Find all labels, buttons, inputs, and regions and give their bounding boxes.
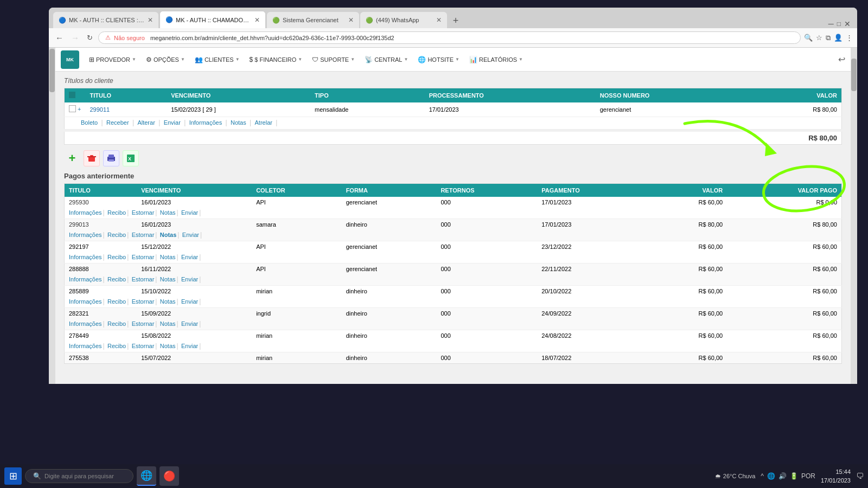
paid-row-8: 275538 15/07/2022 mirian dinheiro 000 18… — [65, 352, 842, 364]
paid-action-recibo-4[interactable]: Recibo — [107, 276, 126, 282]
minimize-button[interactable]: ─ — [828, 20, 834, 28]
tab-4-close[interactable]: ✕ — [436, 16, 442, 24]
paid-action-recibo-3[interactable]: Recibo — [107, 254, 126, 260]
clientes-icon: 👥 — [195, 56, 203, 63]
paid-action-recibo-1[interactable]: Recibo — [107, 209, 126, 216]
paid-forma-5: dinheiro — [342, 286, 437, 297]
paid-action-estornar-2[interactable]: Estornar — [132, 232, 155, 238]
tab-2-close[interactable]: ✕ — [254, 16, 260, 24]
paid-action-estornar-6[interactable]: Estornar — [132, 320, 155, 327]
paid-venc-7: 15/08/2022 — [137, 330, 252, 342]
nav-suporte[interactable]: 🛡 SUPORTE ▼ — [308, 53, 359, 66]
paid-action-enviar-1[interactable]: Enviar — [181, 209, 198, 216]
paid-action-info-6[interactable]: Informações — [69, 320, 102, 327]
maximize-button[interactable]: □ — [837, 20, 841, 28]
paid-action-estornar-4[interactable]: Estornar — [132, 276, 155, 282]
zoom-button[interactable]: 🔍 — [804, 34, 813, 42]
tray-chevron[interactable]: ^ — [761, 472, 764, 480]
paid-action-notas-6[interactable]: Notas — [160, 320, 176, 327]
paid-action-recibo-2[interactable]: Recibo — [107, 232, 126, 238]
paid-coletor-1: API — [252, 197, 341, 208]
menu-button[interactable]: ⋮ — [846, 34, 853, 42]
forward-button[interactable]: → — [69, 32, 81, 43]
action-receber[interactable]: Receber — [106, 119, 129, 126]
paid-action-enviar-5[interactable]: Enviar — [181, 298, 198, 305]
paid-action-enviar-6[interactable]: Enviar — [181, 320, 198, 327]
start-button[interactable]: ⊞ — [4, 467, 22, 485]
tab-2[interactable]: 🔵 MK - AUTH :: CHAMADOS :: ABE... ✕ — [159, 11, 266, 28]
action-atrelar[interactable]: Atrelar — [255, 119, 272, 126]
taskbar-app-2[interactable]: 🔴 — [159, 466, 179, 486]
paid-action-info-1[interactable]: Informações — [69, 209, 102, 216]
tab-1-close[interactable]: ✕ — [148, 16, 153, 24]
bookmark-button[interactable]: ☆ — [816, 34, 822, 42]
paid-action-enviar-7[interactable]: Enviar — [181, 343, 198, 349]
col-valor: VALOR — [752, 88, 841, 103]
paid-action-notas-3[interactable]: Notas — [160, 254, 176, 260]
toolbar: + X — [64, 150, 842, 166]
paid-row-7-actions: Informações| Recibo| Estornar| Notas| En… — [65, 341, 842, 352]
financeiro-chevron: ▼ — [298, 57, 302, 62]
action-informacoes[interactable]: Informações — [189, 119, 222, 126]
paid-action-info-2[interactable]: Informações — [69, 232, 102, 238]
taskbar-search[interactable]: 🔍 Digite aqui para pesquisar — [25, 469, 133, 483]
paid-action-estornar-5[interactable]: Estornar — [132, 298, 155, 305]
delete-button[interactable] — [84, 150, 100, 166]
nav-central[interactable]: 📡 CENTRAL ▼ — [360, 53, 412, 66]
nav-provedor[interactable]: ⊞ PROVEDOR ▼ — [85, 53, 141, 66]
notification-icon[interactable]: 🗨 — [856, 472, 864, 480]
paid-action-info-5[interactable]: Informações — [69, 298, 102, 305]
paid-action-notas-4[interactable]: Notas — [160, 276, 176, 282]
excel-button[interactable]: X — [123, 150, 139, 166]
close-button[interactable]: ✕ — [844, 20, 851, 28]
new-tab-button[interactable]: + — [448, 13, 463, 28]
tab-3-label: Sistema Gerencianet — [283, 17, 339, 23]
row-checkbox[interactable]: + — [65, 102, 86, 117]
nav-hotsite[interactable]: 🌐 HOTSITE ▼ — [413, 53, 464, 66]
paid-forma-6: dinheiro — [342, 308, 437, 319]
hotsite-label: HOTSITE — [427, 56, 454, 63]
paid-action-recibo-7[interactable]: Recibo — [107, 343, 126, 349]
paid-action-recibo-5[interactable]: Recibo — [107, 298, 126, 305]
action-boleto[interactable]: Boleto — [81, 119, 98, 126]
tab-4[interactable]: 🟢 (449) WhatsApp ✕ — [360, 12, 447, 28]
paid-action-enviar-4[interactable]: Enviar — [181, 276, 198, 282]
reload-button[interactable]: ↻ — [85, 33, 95, 43]
profile-button[interactable]: 👤 — [834, 34, 843, 42]
paid-action-notas-2[interactable]: Notas — [160, 232, 177, 238]
col-check — [65, 88, 86, 103]
taskbar-app-chrome[interactable]: 🌐 — [137, 466, 156, 486]
financeiro-icon: $ — [250, 56, 253, 63]
paid-action-notas-5[interactable]: Notas — [160, 298, 176, 305]
action-alterar[interactable]: Alterar — [137, 119, 155, 126]
relatorios-chevron: ▼ — [519, 57, 523, 62]
paid-action-notas-7[interactable]: Notas — [160, 343, 176, 349]
paid-action-enviar-3[interactable]: Enviar — [181, 254, 198, 260]
tab-1[interactable]: 🔵 MK - AUTH :: CLIENTES :: DETALI... ✕ — [53, 12, 158, 28]
extensions-button[interactable]: ⧉ — [826, 34, 831, 42]
nav-opcoes[interactable]: ⚙ OPÇÕES ▼ — [142, 53, 189, 66]
paid-action-notas-1[interactable]: Notas — [160, 209, 176, 216]
security-icon: ⚠ — [105, 34, 111, 41]
tab-3-close[interactable]: ✕ — [348, 16, 354, 24]
paid-action-info-3[interactable]: Informações — [69, 254, 102, 260]
paid-action-estornar-1[interactable]: Estornar — [132, 209, 155, 216]
paid-action-info-7[interactable]: Informações — [69, 343, 102, 349]
tab-3[interactable]: 🟢 Sistema Gerencianet ✕ — [267, 12, 359, 28]
nav-financeiro[interactable]: $ $ FINANCEIRO ▼ — [245, 53, 307, 66]
paid-action-info-4[interactable]: Informações — [69, 276, 102, 282]
paid-action-enviar-2[interactable]: Enviar — [182, 232, 199, 238]
action-enviar[interactable]: Enviar — [164, 119, 181, 126]
paid-action-estornar-3[interactable]: Estornar — [132, 254, 155, 260]
paid-action-recibo-6[interactable]: Recibo — [107, 320, 126, 327]
paid-action-estornar-7[interactable]: Estornar — [132, 343, 155, 349]
paid-valorpago-3: R$ 60,00 — [727, 241, 841, 253]
nav-relatorios[interactable]: 📊 RELATÓRIOS ▼ — [465, 53, 527, 66]
print-button[interactable] — [103, 150, 119, 166]
nav-clientes[interactable]: 👥 CLIENTES ▼ — [190, 53, 244, 66]
back-button[interactable]: ← — [53, 32, 66, 43]
user-exit-icon[interactable]: ↩ — [838, 55, 845, 64]
action-notas[interactable]: Notas — [231, 119, 246, 126]
address-bar[interactable]: ⚠ Não seguro meganetrio.com.br/admin/cli… — [98, 31, 801, 44]
add-button[interactable]: + — [64, 150, 80, 166]
